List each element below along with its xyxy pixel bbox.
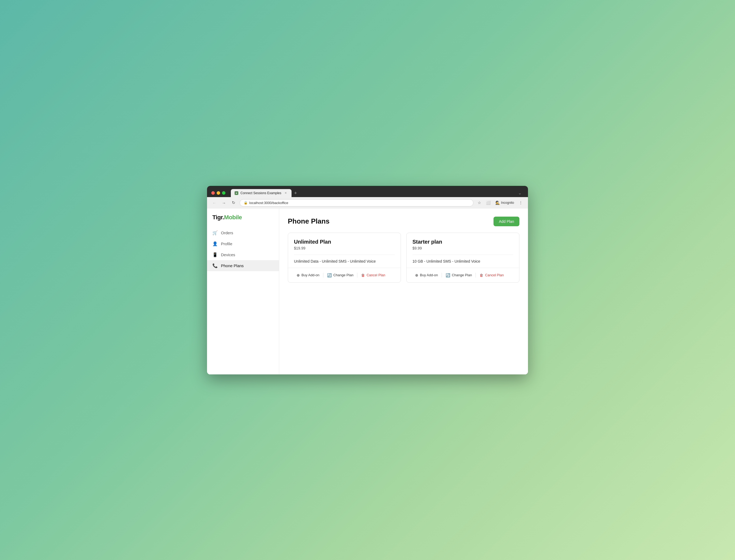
tab-close-button[interactable]: ✕ <box>284 191 288 195</box>
back-icon: ← <box>212 201 216 205</box>
tabs-bar: ▲ Connect Sessions Examples ✕ + <box>231 189 513 197</box>
add-plan-button[interactable]: Add Plan <box>493 217 519 226</box>
browser-toolbar: ← → ↻ 🔒 localhost:3000/backoffice ☆ ⬜ <box>207 197 528 209</box>
plan-unlimited-price: $19.99 <box>294 246 395 250</box>
buy-addon-label-starter: Buy Add-on <box>420 273 438 277</box>
lock-icon: 🔒 <box>244 201 248 205</box>
plan-starter-name: Starter plan <box>412 239 513 245</box>
forward-button[interactable]: → <box>220 199 227 206</box>
plan-unlimited-name: Unlimited Plan <box>294 239 395 245</box>
change-plan-button-unlimited[interactable]: 🔄 Change Plan <box>324 272 356 279</box>
sidebar: Tigr.Mobile 🛒 Orders 👤 Profile 📱 Devices… <box>207 209 279 374</box>
change-plan-icon: 🔄 <box>327 273 332 277</box>
cancel-plan-button-starter[interactable]: 🗑 Cancel Plan <box>477 272 506 279</box>
star-icon: ☆ <box>478 201 481 205</box>
sidebar-item-phone-plans[interactable]: 📞 Phone Plans <box>207 260 279 271</box>
active-tab[interactable]: ▲ Connect Sessions Examples ✕ <box>231 189 292 197</box>
plus-circle-icon: ⊕ <box>297 273 300 277</box>
plan-starter-actions: ⊕ Buy Add-on 🔄 Change Plan 🗑 Cancel Plan <box>407 268 519 282</box>
incognito-label: Incognito <box>501 201 514 205</box>
plan-card-starter-body: Starter plan $9.99 10 GB - Unlimited SMS… <box>407 233 519 268</box>
incognito-icon: 🕵 <box>495 201 500 205</box>
plan-unlimited-actions: ⊕ Buy Add-on 🔄 Change Plan 🗑 Cancel Plan <box>288 268 401 282</box>
plan-card-unlimited: Unlimited Plan $19.99 Unlimited Data - U… <box>288 233 401 283</box>
trash-icon-unlimited: 🗑 <box>361 273 365 277</box>
plus-circle-icon-starter: ⊕ <box>415 273 418 277</box>
sidebar-item-phone-plans-label: Phone Plans <box>221 263 244 268</box>
buy-addon-label-unlimited: Buy Add-on <box>301 273 319 277</box>
profile-icon: 👤 <box>212 241 218 246</box>
cancel-plan-label-starter: Cancel Plan <box>485 273 504 277</box>
reload-button[interactable]: ↻ <box>230 199 237 206</box>
change-plan-label-unlimited: Change Plan <box>333 273 353 277</box>
minimize-button[interactable] <box>217 191 220 195</box>
new-tab-button[interactable]: + <box>292 190 299 197</box>
tab-view-button[interactable]: ⬜ <box>484 200 492 206</box>
sidebar-item-profile[interactable]: 👤 Profile <box>207 238 279 249</box>
reload-icon: ↻ <box>232 200 235 205</box>
tab-title: Connect Sessions Examples <box>240 191 281 195</box>
incognito-button[interactable]: 🕵 Incognito <box>494 200 516 206</box>
forward-icon: → <box>222 201 226 205</box>
buy-addon-button-starter[interactable]: ⊕ Buy Add-on <box>412 272 441 279</box>
change-plan-icon-starter: 🔄 <box>446 273 450 277</box>
action-separator-2 <box>357 273 357 278</box>
logo-text-black: Tigr. <box>212 214 224 221</box>
cancel-plan-label-unlimited: Cancel Plan <box>366 273 385 277</box>
plan-unlimited-description: Unlimited Data - Unlimited SMS - Unlimit… <box>294 255 395 263</box>
vertical-dots-icon: ⋮ <box>519 201 523 205</box>
phone-plans-icon: 📞 <box>212 263 218 268</box>
tab-grid-icon: ⬜ <box>486 201 491 205</box>
page-header: Phone Plans Add Plan <box>288 217 519 226</box>
change-plan-button-starter[interactable]: 🔄 Change Plan <box>443 272 474 279</box>
traffic-lights <box>211 191 225 195</box>
cancel-plan-button-unlimited[interactable]: 🗑 Cancel Plan <box>358 272 388 279</box>
toolbar-right: ☆ ⬜ 🕵 Incognito ⋮ <box>476 200 524 206</box>
sidebar-item-orders[interactable]: 🛒 Orders <box>207 227 279 238</box>
page-title: Phone Plans <box>288 217 330 225</box>
tab-favicon: ▲ <box>235 191 238 195</box>
logo-text-green: Mobile <box>224 214 242 221</box>
chrome-more-button[interactable]: ⋮ <box>517 200 524 206</box>
browser-titlebar: ▲ Connect Sessions Examples ✕ + ⌄ <box>207 186 528 197</box>
plan-starter-price: $9.99 <box>412 246 513 250</box>
plan-starter-description: 10 GB - Unlimited SMS - Unlimited Voice <box>412 255 513 263</box>
logo: Tigr.Mobile <box>207 214 279 227</box>
action-separator-3 <box>442 273 442 278</box>
sidebar-item-profile-label: Profile <box>221 241 232 246</box>
maximize-button[interactable] <box>222 191 225 195</box>
orders-icon: 🛒 <box>212 230 218 235</box>
back-button[interactable]: ← <box>211 199 218 206</box>
plans-grid: Unlimited Plan $19.99 Unlimited Data - U… <box>288 233 519 283</box>
trash-icon-starter: 🗑 <box>480 273 483 277</box>
app-body: Tigr.Mobile 🛒 Orders 👤 Profile 📱 Devices… <box>207 209 528 374</box>
chrome-menu-button[interactable]: ⌄ <box>516 189 524 197</box>
address-bar[interactable]: 🔒 localhost:3000/backoffice <box>240 199 473 206</box>
plan-card-starter: Starter plan $9.99 10 GB - Unlimited SMS… <box>406 233 519 283</box>
close-button[interactable] <box>211 191 215 195</box>
sidebar-item-devices[interactable]: 📱 Devices <box>207 249 279 260</box>
sidebar-item-devices-label: Devices <box>221 252 235 257</box>
browser-window: ▲ Connect Sessions Examples ✕ + ⌄ ← → ↻ … <box>207 186 528 374</box>
browser-chrome: ▲ Connect Sessions Examples ✕ + ⌄ ← → ↻ … <box>207 186 528 209</box>
buy-addon-button-unlimited[interactable]: ⊕ Buy Add-on <box>294 272 322 279</box>
change-plan-label-starter: Change Plan <box>452 273 472 277</box>
plan-card-unlimited-body: Unlimited Plan $19.99 Unlimited Data - U… <box>288 233 401 268</box>
main-content: Phone Plans Add Plan Unlimited Plan $19.… <box>279 209 528 374</box>
devices-icon: 📱 <box>212 252 218 257</box>
url-text: localhost:3000/backoffice <box>249 201 288 205</box>
sidebar-item-orders-label: Orders <box>221 231 233 235</box>
action-separator-1 <box>323 273 323 278</box>
bookmark-button[interactable]: ☆ <box>476 200 483 206</box>
